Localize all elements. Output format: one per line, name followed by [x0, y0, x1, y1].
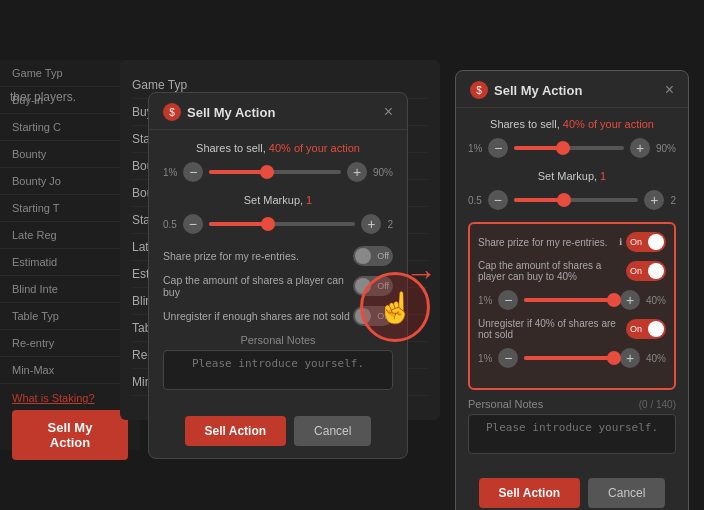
- modal-left-shares-label: Shares to sell, 40% of your action: [163, 142, 393, 154]
- modal-right-toggle3-label: Unregister if 40% of shares are not sold: [478, 318, 626, 340]
- modal-right-close-button[interactable]: ×: [665, 82, 674, 98]
- sidebar-item-minmax: Min-Max: [0, 357, 140, 384]
- modal-right-header: $ Sell My Action ×: [456, 71, 688, 108]
- modal-left-shares-decrease[interactable]: −: [183, 162, 203, 182]
- modal-left-shares-slider-row: 1% − + 90%: [163, 162, 393, 182]
- modal-right-cap-track[interactable]: [524, 298, 614, 302]
- modal-right-unreg-increase[interactable]: +: [620, 348, 640, 368]
- modal-right-shares-track[interactable]: [514, 146, 624, 150]
- modal-right-footer: Sell Action Cancel: [456, 468, 688, 510]
- modal-right-cancel-button[interactable]: Cancel: [588, 478, 665, 508]
- modal-left-markup-increase[interactable]: +: [361, 214, 381, 234]
- modal-right-toggle1[interactable]: On: [626, 232, 666, 252]
- modal-right-markup-track[interactable]: [514, 198, 639, 202]
- modal-right-markup-slider-row: 0.5 − + 2: [468, 190, 676, 210]
- sidebar: ther players. Game Typ Buy-in Starting C…: [0, 60, 140, 450]
- modal-right-toggle1-knob: [648, 234, 664, 250]
- hand-emoji: ☝: [377, 290, 414, 325]
- modal-right-toggle3-state: On: [630, 324, 642, 334]
- modal-left-markup-slider-row: 0.5 − + 2: [163, 214, 393, 234]
- info-icon-1: ℹ: [619, 237, 622, 247]
- modal-left-markup-label: Set Markup, 1: [163, 194, 393, 206]
- modal-left-toggle3-row: Unregister if enough shares are not sold…: [163, 306, 393, 326]
- modal-right-toggle3-knob: [648, 321, 664, 337]
- modal-left-header: $ Sell My Action ×: [149, 93, 407, 130]
- modal-right-unreg-fill: [524, 356, 614, 360]
- modal-right-icon: $: [470, 81, 488, 99]
- modal-right-title-row: $ Sell My Action: [470, 81, 582, 99]
- modal-left-shares-thumb[interactable]: [260, 165, 274, 179]
- modal-right-unreg-max: 40%: [646, 353, 666, 364]
- modal-right-cap-fill: [524, 298, 614, 302]
- modal-right-shares-slider-row: 1% − + 90%: [468, 138, 676, 158]
- modal-right-markup-increase[interactable]: +: [644, 190, 664, 210]
- modal-right-notes-header: Personal Notes (0 / 140): [468, 398, 676, 410]
- modal-right-body: Shares to sell, 40% of your action 1% − …: [456, 108, 688, 468]
- modal-left-toggle1-knob: [355, 248, 371, 264]
- modal-right-cap-slider-row: 1% − + 40%: [478, 290, 666, 310]
- modal-right-sell-button[interactable]: Sell Action: [479, 478, 581, 508]
- modal-left-shares-increase[interactable]: +: [347, 162, 367, 182]
- modal-right-markup-thumb[interactable]: [557, 193, 571, 207]
- modal-right-toggle1-row: Share prize for my re-entries. ℹ On: [478, 232, 666, 252]
- arrow-right-icon: →: [405, 255, 437, 291]
- sidebar-item-tabletyp: Table Typ: [0, 303, 140, 330]
- modal-left-toggle3-label: Unregister if enough shares are not sold: [163, 310, 353, 322]
- what-is-staking-link[interactable]: What is Staking?: [12, 392, 128, 404]
- modal-right-shares-max: 90%: [656, 143, 676, 154]
- sidebar-item-bountyjo: Bounty Jo: [0, 168, 140, 195]
- modal-left-toggle1[interactable]: Off: [353, 246, 393, 266]
- modal-right-unreg-track[interactable]: [524, 356, 614, 360]
- modal-right-cap-max: 40%: [646, 295, 666, 306]
- modal-right-shares-min: 1%: [468, 143, 482, 154]
- modal-right-markup-label: Set Markup, 1: [468, 170, 676, 182]
- sidebar-item-startingt: Starting T: [0, 195, 140, 222]
- sidebar-item-estimated: Estimatid: [0, 249, 140, 276]
- modal-left-toggle2-label: Cap the amount of shares a player can bu…: [163, 274, 353, 298]
- modal-right-shares-increase[interactable]: +: [630, 138, 650, 158]
- modal-left-shares-track[interactable]: [209, 170, 341, 174]
- modal-right-unreg-thumb[interactable]: [607, 351, 621, 365]
- modal-right-toggle3[interactable]: On: [626, 319, 666, 339]
- modal-right-shares-thumb[interactable]: [556, 141, 570, 155]
- modal-right-notes-count: (0 / 140): [639, 399, 676, 410]
- modal-right-notes-input[interactable]: [468, 414, 676, 454]
- modal-left-toggle1-state: Off: [377, 251, 389, 261]
- sidebar-item-blindinte: Blind Inte: [0, 276, 140, 303]
- modal-right-toggle2-label: Cap the amount of shares a player can bu…: [478, 260, 626, 282]
- modal-right-toggle2-state: On: [630, 266, 642, 276]
- modal-left-markup-thumb[interactable]: [261, 217, 275, 231]
- modal-right-cap-decrease[interactable]: −: [498, 290, 518, 310]
- modal-right-markup-decrease[interactable]: −: [488, 190, 508, 210]
- modal-right-toggle1-label: Share prize for my re-entries.: [478, 237, 619, 248]
- sidebar-sell-action-button[interactable]: Sell My Action: [12, 410, 128, 460]
- modal-left-sell-button[interactable]: Sell Action: [185, 416, 287, 446]
- arrow-indicator: →: [405, 255, 437, 292]
- modal-right-toggle2[interactable]: On: [626, 261, 666, 281]
- modal-left-markup-track[interactable]: [209, 222, 356, 226]
- modal-right-cap-increase[interactable]: +: [620, 290, 640, 310]
- modal-left-close-button[interactable]: ×: [384, 104, 393, 120]
- modal-right-shares-decrease[interactable]: −: [488, 138, 508, 158]
- sidebar-item-latereg: Late Reg: [0, 222, 140, 249]
- modal-left-notes-input[interactable]: [163, 350, 393, 390]
- other-players-text: ther players.: [0, 90, 86, 104]
- modal-left-body: Shares to sell, 40% of your action 1% − …: [149, 130, 407, 406]
- modal-right-shares-label: Shares to sell, 40% of your action: [468, 118, 676, 130]
- modal-right-toggle2-row: Cap the amount of shares a player can bu…: [478, 260, 666, 282]
- modal-left-toggle1-label: Share prize for my re-entries.: [163, 250, 353, 262]
- modal-right-markup-max: 2: [670, 195, 676, 206]
- modal-right-unreg-decrease[interactable]: −: [498, 348, 518, 368]
- modal-left-title: Sell My Action: [187, 105, 275, 120]
- modal-left-shares-fill: [209, 170, 267, 174]
- sidebar-item-bounty: Bounty: [0, 141, 140, 168]
- modal-right: $ Sell My Action × Shares to sell, 40% o…: [455, 70, 689, 510]
- modal-left-footer: Sell Action Cancel: [149, 406, 407, 458]
- modal-right-cap-thumb[interactable]: [607, 293, 621, 307]
- modal-left-markup-decrease[interactable]: −: [183, 214, 203, 234]
- sidebar-item-reentry: Re-entry: [0, 330, 140, 357]
- modal-left-cancel-button[interactable]: Cancel: [294, 416, 371, 446]
- sidebar-item-startingc: Starting C: [0, 114, 140, 141]
- modal-right-unreg-slider-row: 1% − + 40%: [478, 348, 666, 368]
- modal-left-markup-max: 2: [387, 219, 393, 230]
